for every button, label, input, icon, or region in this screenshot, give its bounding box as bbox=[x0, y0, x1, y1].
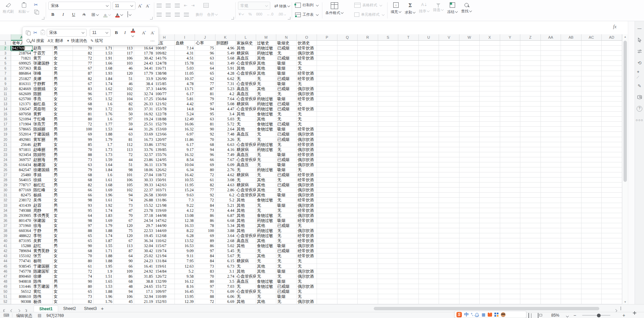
table-style-button[interactable]: 表格样式 bbox=[354, 3, 382, 8]
grid-cell[interactable]: 经常饮酒 bbox=[297, 46, 317, 51]
grid-cell[interactable]: 男 bbox=[53, 147, 73, 152]
grid-cell[interactable] bbox=[520, 122, 541, 127]
scroll-down-icon[interactable]: ▼ bbox=[624, 301, 627, 304]
grid-cell[interactable] bbox=[439, 102, 459, 107]
grid-cell[interactable] bbox=[581, 66, 602, 71]
row-header-19[interactable]: 19 bbox=[0, 132, 11, 137]
grid-cell[interactable]: 18.06 bbox=[134, 167, 155, 172]
grid-cell[interactable] bbox=[500, 243, 521, 248]
grid-cell[interactable] bbox=[398, 233, 419, 238]
row-header-21[interactable]: 21 bbox=[0, 142, 11, 147]
percent-format-icon[interactable]: % bbox=[248, 12, 252, 16]
grid-cell[interactable] bbox=[337, 56, 358, 61]
grid-cell[interactable] bbox=[602, 56, 622, 61]
grid-cell[interactable] bbox=[480, 274, 500, 279]
grid-cell[interactable] bbox=[378, 51, 399, 56]
grid-cell[interactable] bbox=[480, 248, 500, 253]
grid-cell[interactable]: 84 bbox=[195, 203, 215, 208]
grid-cell[interactable] bbox=[541, 259, 561, 264]
grid-cell[interactable]: 6.15 bbox=[215, 259, 236, 264]
grid-cell[interactable]: 10.55 bbox=[175, 177, 195, 183]
grid-cell[interactable] bbox=[602, 152, 622, 157]
row-header-39[interactable]: 39 bbox=[0, 233, 11, 238]
grid-cell[interactable]: 1.77 bbox=[93, 122, 114, 127]
grid-cell[interactable]: 女 bbox=[53, 177, 73, 183]
font-color-button[interactable]: A bbox=[131, 27, 138, 39]
column-header-O[interactable]: O bbox=[297, 34, 317, 41]
grid-cell[interactable] bbox=[337, 81, 358, 86]
grid-cell[interactable]: 药物过敏 bbox=[256, 142, 277, 147]
grid-cell[interactable]: 121/94 bbox=[154, 253, 175, 259]
grid-cell[interactable]: 63 bbox=[73, 162, 93, 167]
insert-function-button[interactable]: fx bbox=[613, 24, 616, 30]
grid-cell[interactable] bbox=[419, 248, 439, 253]
grid-cell[interactable]: 16.45 bbox=[175, 289, 195, 294]
grid-cell[interactable] bbox=[520, 193, 541, 198]
cell-style-button[interactable]: 单元格样式 bbox=[354, 12, 385, 17]
grid-cell[interactable] bbox=[398, 248, 419, 253]
grid-cell[interactable] bbox=[398, 238, 419, 243]
grid-cell[interactable]: 赵峰丽 bbox=[32, 147, 53, 152]
grid-cell[interactable] bbox=[358, 172, 378, 177]
grid-cell[interactable]: 吸烟 bbox=[276, 218, 297, 223]
grid-cell[interactable]: 84 bbox=[195, 253, 215, 259]
grid-cell[interactable] bbox=[378, 96, 399, 102]
grid-cell[interactable] bbox=[520, 264, 541, 269]
grid-cell[interactable]: 李娟 bbox=[32, 172, 53, 177]
grid-cell[interactable] bbox=[520, 228, 541, 233]
grid-cell[interactable] bbox=[419, 96, 439, 102]
grid-cell[interactable]: 9.58 bbox=[175, 274, 195, 279]
grid-cell[interactable]: 经常饮酒 bbox=[297, 127, 317, 132]
grid-cell[interactable]: 97 bbox=[73, 223, 93, 228]
grid-cell[interactable]: 155/76 bbox=[154, 152, 175, 157]
grid-cell[interactable]: 其他 bbox=[236, 203, 256, 208]
grid-cell[interactable]: 1.6 bbox=[93, 102, 114, 107]
grid-cell[interactable]: 113 bbox=[114, 46, 134, 51]
grid-cell[interactable] bbox=[500, 102, 521, 107]
grid-cell[interactable]: 男 bbox=[53, 132, 73, 137]
grid-cell[interactable]: 5.72 bbox=[215, 122, 236, 127]
grid-cell[interactable] bbox=[581, 167, 602, 172]
grid-cell[interactable] bbox=[500, 238, 521, 243]
grid-cell[interactable] bbox=[581, 294, 602, 299]
selected-cell-editing[interactable]: 942769 bbox=[11, 46, 32, 51]
grid-cell[interactable] bbox=[541, 223, 561, 228]
grid-cell[interactable] bbox=[337, 243, 358, 248]
grid-cell[interactable] bbox=[337, 259, 358, 264]
grid-cell[interactable] bbox=[337, 152, 358, 157]
grid-cell[interactable]: 糖尿病 bbox=[236, 172, 256, 177]
grid-cell[interactable]: 4.96 bbox=[215, 46, 236, 51]
grid-cell[interactable] bbox=[337, 218, 358, 223]
grid-cell[interactable] bbox=[459, 86, 480, 91]
grid-cell[interactable] bbox=[480, 243, 500, 248]
grid-cell[interactable]: 16.33 bbox=[175, 223, 195, 228]
grid-cell[interactable] bbox=[500, 56, 521, 61]
grid-cell[interactable] bbox=[520, 86, 541, 91]
grid-cell[interactable] bbox=[358, 259, 378, 264]
grid-cell[interactable]: 88 bbox=[73, 152, 93, 157]
grid-cell[interactable] bbox=[480, 177, 500, 183]
grid-cell[interactable] bbox=[581, 284, 602, 289]
grid-cell[interactable]: 81 bbox=[73, 112, 93, 117]
grid-cell[interactable] bbox=[602, 264, 622, 269]
grid-cell[interactable]: 142/63 bbox=[154, 183, 175, 188]
grid-cell[interactable] bbox=[439, 279, 459, 284]
grid-cell[interactable]: 139/85 bbox=[154, 147, 175, 152]
grid-cell[interactable] bbox=[439, 51, 459, 56]
grid-cell[interactable]: 其他 bbox=[236, 127, 256, 132]
grid-cell[interactable] bbox=[480, 152, 500, 157]
strikethrough-button[interactable]: A bbox=[81, 12, 87, 17]
grid-cell[interactable] bbox=[439, 223, 459, 228]
grid-cell[interactable] bbox=[378, 122, 399, 127]
grid-cell[interactable] bbox=[500, 132, 521, 137]
grid-cell[interactable] bbox=[602, 274, 622, 279]
soft-keyboard-icon[interactable]: ▦ bbox=[482, 312, 485, 317]
grid-cell[interactable]: 1.87 bbox=[93, 238, 114, 243]
grid-cell[interactable]: 552014 bbox=[11, 132, 32, 137]
grid-cell[interactable] bbox=[520, 147, 541, 152]
grid-cell[interactable]: 男 bbox=[53, 183, 73, 188]
grid-cell[interactable] bbox=[581, 152, 602, 157]
grid-cell[interactable] bbox=[317, 66, 337, 71]
grid-cell[interactable] bbox=[520, 66, 541, 71]
grid-cell[interactable] bbox=[398, 284, 419, 289]
